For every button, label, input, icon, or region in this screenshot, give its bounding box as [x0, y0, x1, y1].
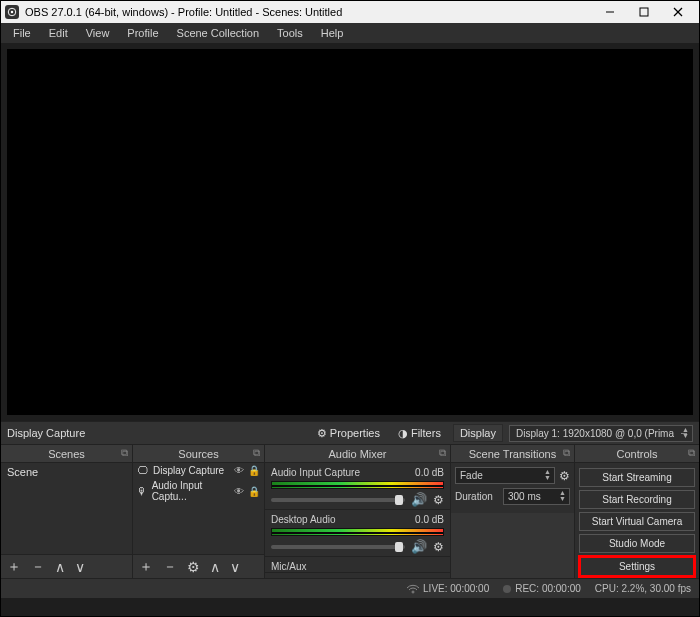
volume-slider[interactable] [271, 545, 405, 549]
display-label: Display [460, 427, 496, 439]
mixer-channel: Audio Input Capture0.0 dB 🔊 ⚙ [265, 463, 450, 510]
sources-header[interactable]: Sources ⧉ [133, 445, 264, 463]
gear-icon[interactable]: ⚙ [433, 493, 444, 507]
lock-icon[interactable]: 🔒 [248, 465, 260, 476]
start-streaming-button[interactable]: Start Streaming [579, 468, 695, 487]
source-down-button[interactable]: ∨ [230, 559, 240, 575]
selected-source-label: Display Capture [7, 427, 85, 439]
properties-label: Properties [330, 427, 380, 439]
popout-icon[interactable]: ⧉ [688, 447, 695, 459]
scenes-title: Scenes [48, 448, 85, 460]
add-scene-button[interactable]: ＋ [7, 558, 21, 576]
scene-up-button[interactable]: ∧ [55, 559, 65, 575]
start-virtual-camera-button[interactable]: Start Virtual Camera [579, 512, 695, 531]
volume-slider[interactable] [271, 498, 405, 502]
display-label-button: Display [453, 424, 503, 442]
mixer-channel: Desktop Audio0.0 dB 🔊 ⚙ [265, 510, 450, 557]
controls-title: Controls [617, 448, 658, 460]
transition-type-select[interactable]: Fade ▲▼ [455, 467, 555, 484]
transitions-panel: Scene Transitions ⧉ Fade ▲▼ ⚙ Duration 3… [451, 445, 575, 578]
eye-icon[interactable]: 👁 [234, 486, 244, 497]
mic-icon: 🎙 [137, 486, 148, 497]
source-toolbar: Display Capture ⚙ Properties ◑ Filters D… [1, 421, 699, 445]
titlebar: OBS 27.0.1 (64-bit, windows) - Profile: … [1, 1, 699, 23]
transitions-header[interactable]: Scene Transitions ⧉ [451, 445, 574, 463]
add-source-button[interactable]: ＋ [139, 558, 153, 576]
mixer-panel: Audio Mixer ⧉ Audio Input Capture0.0 dB … [265, 445, 451, 578]
svg-rect-3 [640, 8, 648, 16]
scenes-panel: Scenes ⧉ Scene ＋ － ∧ ∨ [1, 445, 133, 578]
display-select[interactable]: Display 1: 1920x1080 @ 0,0 (Prima ▲▼ [509, 425, 693, 442]
monitor-icon: 🖵 [137, 465, 149, 476]
channel-name: Mic/Aux [271, 561, 307, 572]
remove-source-button[interactable]: － [163, 558, 177, 576]
filter-icon: ◑ [398, 427, 408, 440]
popout-icon[interactable]: ⧉ [253, 447, 260, 459]
channel-name: Desktop Audio [271, 514, 336, 525]
display-value: Display 1: 1920x1080 @ 0,0 (Prima [516, 428, 674, 439]
properties-button[interactable]: ⚙ Properties [311, 425, 386, 442]
start-recording-button[interactable]: Start Recording [579, 490, 695, 509]
status-cpu: CPU: 2.2%, 30.00 fps [595, 583, 691, 594]
window-title: OBS 27.0.1 (64-bit, windows) - Profile: … [25, 6, 342, 18]
gear-icon[interactable]: ⚙ [433, 540, 444, 554]
source-row[interactable]: 🖵 Display Capture 👁🔒 [133, 463, 264, 478]
lock-icon[interactable]: 🔒 [248, 486, 260, 497]
filters-label: Filters [411, 427, 441, 439]
duration-label: Duration [455, 491, 499, 502]
rec-dot-icon [503, 585, 511, 593]
source-gear-button[interactable]: ⚙ [187, 559, 200, 575]
remove-scene-button[interactable]: － [31, 558, 45, 576]
scene-item[interactable]: Scene [1, 463, 132, 481]
duration-input[interactable]: 300 ms ▲▼ [503, 488, 570, 505]
filters-button[interactable]: ◑ Filters [392, 425, 447, 442]
settings-button[interactable]: Settings [579, 556, 695, 577]
source-row[interactable]: 🎙 Audio Input Captu... 👁🔒 [133, 478, 264, 504]
status-live: LIVE: 00:00:00 [423, 583, 489, 594]
broadcast-icon [407, 584, 419, 594]
mixer-title: Audio Mixer [328, 448, 386, 460]
channel-db: 0.0 dB [415, 514, 444, 525]
close-button[interactable] [661, 1, 695, 23]
mixer-header[interactable]: Audio Mixer ⧉ [265, 445, 450, 463]
menu-tools[interactable]: Tools [269, 25, 311, 41]
mixer-channel: Mic/Aux [265, 557, 450, 573]
statusbar: LIVE: 00:00:00 REC: 00:00:00 CPU: 2.2%, … [1, 578, 699, 598]
gear-icon[interactable]: ⚙ [559, 469, 570, 483]
obs-icon [5, 5, 19, 19]
preview-canvas[interactable] [7, 49, 693, 415]
panels: Scenes ⧉ Scene ＋ － ∧ ∨ Sources ⧉ 🖵 Displ… [1, 445, 699, 578]
controls-panel: Controls ⧉ Start Streaming Start Recordi… [575, 445, 699, 578]
eye-icon[interactable]: 👁 [234, 465, 244, 476]
channel-db: 0.0 dB [415, 467, 444, 478]
menubar: File Edit View Profile Scene Collection … [1, 23, 699, 43]
source-up-button[interactable]: ∧ [210, 559, 220, 575]
speaker-icon[interactable]: 🔊 [411, 539, 427, 554]
vu-meter [271, 528, 444, 536]
status-rec: REC: 00:00:00 [515, 583, 581, 594]
duration-value: 300 ms [508, 491, 541, 502]
controls-header[interactable]: Controls ⧉ [575, 445, 699, 463]
scenes-header[interactable]: Scenes ⧉ [1, 445, 132, 463]
vu-meter [271, 481, 444, 489]
popout-icon[interactable]: ⧉ [121, 447, 128, 459]
source-label: Display Capture [153, 465, 224, 476]
sources-panel: Sources ⧉ 🖵 Display Capture 👁🔒 🎙 Audio I… [133, 445, 265, 578]
popout-icon[interactable]: ⧉ [563, 447, 570, 459]
menu-help[interactable]: Help [313, 25, 352, 41]
transitions-title: Scene Transitions [469, 448, 556, 460]
speaker-icon[interactable]: 🔊 [411, 492, 427, 507]
menu-file[interactable]: File [5, 25, 39, 41]
svg-point-1 [11, 11, 14, 14]
popout-icon[interactable]: ⧉ [439, 447, 446, 459]
minimize-button[interactable] [593, 1, 627, 23]
menu-edit[interactable]: Edit [41, 25, 76, 41]
menu-profile[interactable]: Profile [119, 25, 166, 41]
studio-mode-button[interactable]: Studio Mode [579, 534, 695, 553]
maximize-button[interactable] [627, 1, 661, 23]
menu-view[interactable]: View [78, 25, 118, 41]
menu-scene-collection[interactable]: Scene Collection [169, 25, 268, 41]
sources-title: Sources [178, 448, 218, 460]
scene-down-button[interactable]: ∨ [75, 559, 85, 575]
source-label: Audio Input Captu... [152, 480, 230, 502]
